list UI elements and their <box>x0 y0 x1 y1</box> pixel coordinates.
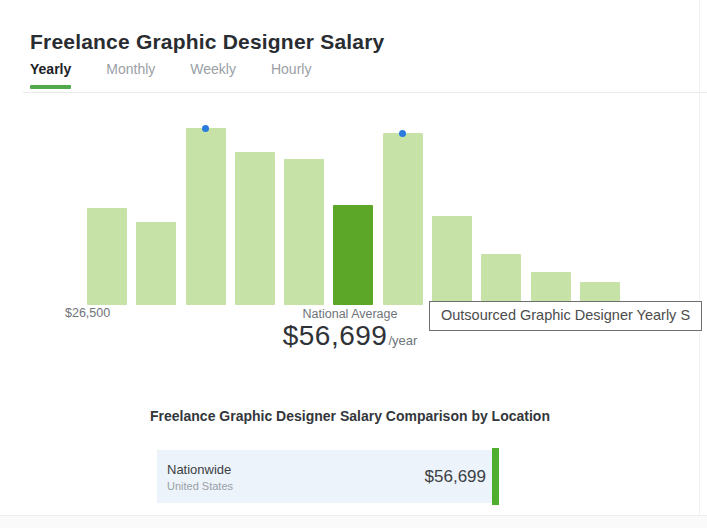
comparison-rows: NationwideUnited States$56,699 <box>0 0 707 528</box>
salary-page: Freelance Graphic Designer Salary Yearly… <box>0 0 707 528</box>
row-location-block: NationwideUnited States <box>167 462 233 492</box>
row-salary: $56,699 <box>425 467 486 487</box>
bottom-strip <box>0 515 707 528</box>
row-location: Nationwide <box>167 462 233 477</box>
card-right-border <box>699 0 700 515</box>
row-sublocation: United States <box>167 480 233 492</box>
row-salary-indicator <box>492 448 499 505</box>
hover-tooltip: Outsourced Graphic Designer Yearly S <box>429 301 702 331</box>
comparison-row-nationwide[interactable]: NationwideUnited States$56,699 <box>157 450 492 503</box>
tooltip-text: Outsourced Graphic Designer Yearly S <box>441 307 690 323</box>
